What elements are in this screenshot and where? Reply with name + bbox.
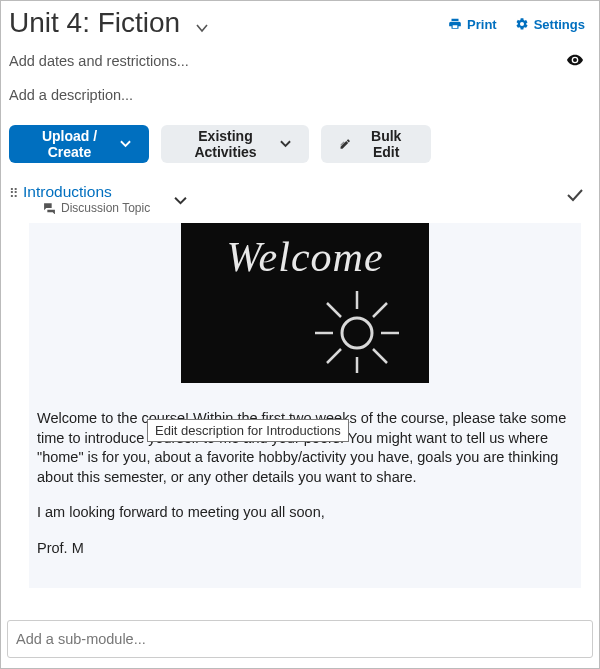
chevron-down-icon[interactable] — [196, 11, 208, 36]
discussion-icon — [43, 202, 56, 214]
svg-point-0 — [342, 318, 372, 348]
description-signature: Prof. M — [37, 539, 573, 559]
upload-create-label: Upload / Create — [27, 128, 112, 160]
print-label: Print — [467, 17, 497, 32]
bulk-edit-icon — [339, 137, 351, 151]
svg-line-8 — [373, 349, 387, 363]
print-icon — [448, 17, 462, 31]
svg-line-6 — [373, 303, 387, 317]
existing-activities-button[interactable]: Existing Activities — [161, 125, 309, 163]
svg-line-7 — [327, 349, 341, 363]
chevron-down-icon — [120, 137, 131, 151]
completion-check-icon[interactable] — [567, 183, 591, 207]
bulk-edit-button[interactable]: Bulk Edit — [321, 125, 431, 163]
description-paragraph: I am looking forward to meeting you all … — [37, 503, 573, 523]
chevron-down-icon — [280, 137, 291, 151]
print-button[interactable]: Print — [448, 17, 497, 32]
sun-icon — [295, 277, 405, 377]
chevron-down-icon[interactable] — [150, 183, 187, 209]
topic-description[interactable]: Welcome Welcome to the course! Within th… — [29, 223, 581, 588]
visibility-icon[interactable] — [567, 53, 591, 69]
dates-restrictions-link[interactable]: Add dates and restrictions... — [9, 53, 189, 69]
gear-icon — [515, 17, 529, 31]
bulk-edit-label: Bulk Edit — [359, 128, 413, 160]
edit-description-tooltip: Edit description for Introductions — [147, 419, 349, 442]
welcome-image-text: Welcome — [181, 233, 429, 281]
submodule-placeholder: Add a sub-module... — [16, 631, 146, 647]
add-description-link[interactable]: Add a description... — [1, 69, 599, 103]
upload-create-button[interactable]: Upload / Create — [9, 125, 149, 163]
svg-line-5 — [327, 303, 341, 317]
page-title[interactable]: Unit 4: Fiction — [9, 7, 180, 39]
settings-label: Settings — [534, 17, 585, 32]
topic-type-label: Discussion Topic — [61, 201, 150, 215]
existing-activities-label: Existing Activities — [179, 128, 272, 160]
settings-button[interactable]: Settings — [515, 17, 585, 32]
topic-title-link[interactable]: Introductions — [23, 183, 150, 201]
add-submodule-input[interactable]: Add a sub-module... — [7, 620, 593, 658]
welcome-image: Welcome — [181, 223, 429, 383]
drag-handle-icon[interactable]: ⠿ — [9, 183, 23, 201]
